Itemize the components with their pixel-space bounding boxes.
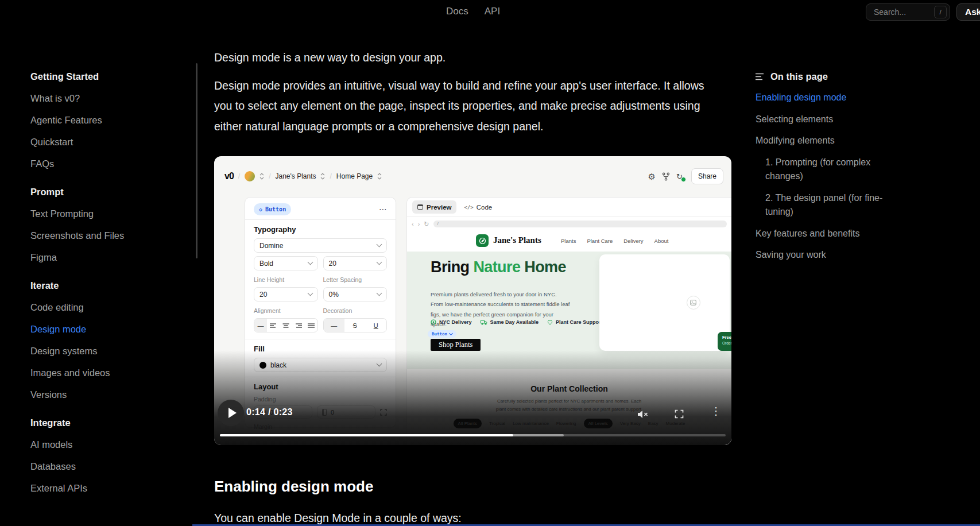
video-played-bar [220, 434, 513, 436]
hero-features: NYC Delivery Same Day Available Plant Ca… [431, 319, 602, 325]
selection-chip: ◇Button [254, 203, 291, 215]
fork-icon [662, 172, 670, 181]
sidebar-item-text-prompting[interactable]: Text Prompting [30, 203, 192, 225]
refresh-icon: ↻ [676, 172, 685, 181]
typography-title: Typography [254, 225, 387, 234]
sidebar-scrollbar[interactable] [196, 63, 197, 258]
site-menu: Plants Plant Care Delivery About [561, 238, 668, 244]
unfold-icon [320, 173, 325, 180]
play-icon [228, 408, 237, 418]
site-logo-leaf-icon [476, 234, 489, 247]
chevron-down-icon [377, 242, 382, 247]
search-shortcut-badge: / [934, 6, 947, 18]
align-justify-icon [305, 319, 317, 332]
window-icon [417, 204, 423, 210]
align-left-icon [267, 319, 280, 332]
align-center-icon [280, 319, 292, 332]
letter-spacing-label: Letter Spacing [323, 276, 388, 283]
nav-links: Docs API [446, 0, 500, 23]
back-icon: ‹ [412, 221, 414, 227]
reload-icon: ↻ [424, 221, 429, 228]
toc-title: On this page [770, 71, 828, 82]
toc-item-prompting[interactable]: 1. Prompting (for complex changes) [756, 156, 899, 184]
kebab-menu-icon[interactable]: ⋮ [711, 406, 721, 416]
sidebar-item-design-mode[interactable]: Design mode [30, 318, 192, 340]
mute-icon[interactable] [637, 409, 649, 419]
v0-breadcrumb: v0 / / Jane's Plants / Home Page [224, 171, 382, 181]
breadcrumb-separator: / [330, 172, 331, 180]
breadcrumb-separator: / [238, 172, 240, 180]
sidebar-item-agentic-features[interactable]: Agentic Features [30, 109, 192, 131]
sidebar-item-databases[interactable]: Databases [30, 455, 192, 477]
chevron-down-icon [377, 291, 382, 296]
breadcrumb-page: Home Page [336, 172, 373, 180]
description-paragraph: Design mode provides an intuitive, visua… [214, 76, 711, 137]
section-intro: You can enable Design Mode in a couple o… [214, 508, 462, 526]
nav-link-api[interactable]: API [485, 6, 500, 17]
sidebar-item-images-and-videos[interactable]: Images and videos [30, 362, 192, 384]
on-this-page: On this page Enabling design mode Select… [756, 65, 899, 270]
sidebar-section-prompt: Prompt Text Prompting Screenshots and Fi… [30, 181, 192, 268]
sidebar-section-title: Integrate [30, 412, 192, 434]
search-input[interactable]: Search... / [866, 3, 950, 21]
breadcrumb-separator: / [269, 172, 270, 180]
section-heading: Enabling design mode [214, 478, 373, 496]
nav-link-docs[interactable]: Docs [446, 6, 468, 17]
sidebar-item-screenshots-and-files[interactable]: Screenshots and Files [30, 225, 192, 246]
chevron-down-icon [377, 260, 382, 265]
video-bottom-gradient [214, 350, 731, 445]
search-placeholder: Search... [874, 7, 906, 17]
video-progress-bar[interactable] [220, 434, 726, 436]
sidebar-item-what-is-v0[interactable]: What is v0? [30, 87, 192, 109]
toc-item-modifying-elements[interactable]: Modifying elements [756, 134, 899, 148]
status-dot [681, 177, 686, 182]
underline-button: U [366, 319, 387, 332]
decoration-segmented-control: — S U [323, 318, 388, 332]
top-navbar: Docs API Search... / Ask [0, 0, 980, 25]
video-time: 0:14 / 0:23 [246, 407, 293, 417]
site-brand: Jane's Plants [493, 235, 541, 245]
unfold-icon [377, 173, 382, 180]
sidebar-section-title: Prompt [30, 181, 192, 203]
tab-preview: Preview [412, 200, 456, 214]
video-player[interactable]: v0 / / Jane's Plants / Home Page ⚙ [214, 156, 731, 445]
sidebar-item-quickstart[interactable]: Quickstart [30, 131, 192, 153]
sidebar-item-external-apis[interactable]: External APIs [30, 477, 192, 499]
hero-image-card [599, 254, 730, 351]
diamond-icon: ◇ [259, 206, 262, 212]
alignment-label: Alignment [254, 307, 318, 314]
promo-line2: Orders o [722, 341, 731, 345]
toc-item-key-features[interactable]: Key features and benefits [756, 227, 899, 241]
v0-logo: v0 [224, 171, 234, 181]
chevron-down-icon [307, 260, 313, 265]
heart-icon [547, 320, 553, 325]
toc-item-selecting-elements[interactable]: Selecting elements [756, 113, 899, 127]
sidebar-item-design-systems[interactable]: Design systems [30, 340, 192, 362]
align-right-icon [292, 319, 305, 332]
feature-same-day: Same Day Available [481, 319, 539, 325]
play-button[interactable] [218, 400, 244, 426]
sidebar-item-faqs[interactable]: FAQs [30, 153, 192, 175]
sidebar-item-figma[interactable]: Figma [30, 246, 192, 268]
toc-item-design-panel[interactable]: 2. The design panel (for fine-tuning) [756, 191, 899, 219]
truck-icon [481, 320, 487, 325]
panel-menu-icon: ⋯ [379, 204, 387, 214]
sidebar-item-ai-models[interactable]: AI models [30, 434, 192, 455]
preview-urlbar: ‹ › ↻ / [407, 217, 731, 231]
decoration-none-button: — [324, 319, 345, 332]
sidebar-item-versions[interactable]: Versions [30, 384, 192, 405]
code-icon: </> [464, 204, 473, 210]
v0-app-header: v0 / / Jane's Plants / Home Page ⚙ [224, 167, 723, 186]
feature-nyc-delivery: NYC Delivery [431, 319, 472, 325]
toc-item-saving-your-work[interactable]: Saving your work [756, 248, 899, 262]
sidebar-item-code-editing[interactable]: Code editing [30, 296, 192, 318]
sidebar-section-title: Iterate [30, 274, 192, 296]
fullscreen-icon[interactable] [675, 409, 684, 419]
site-nav: Jane's Plants Plants Plant Care Delivery… [407, 230, 731, 252]
promo-line1: Free De [722, 335, 731, 340]
intro-paragraph: Design mode is a new way to design your … [214, 47, 446, 68]
toc-icon [756, 73, 765, 80]
feature-plant-care: Plant Care Support [547, 319, 603, 325]
ask-button[interactable]: Ask [956, 3, 980, 21]
toc-item-enabling-design-mode[interactable]: Enabling design mode [756, 91, 899, 105]
